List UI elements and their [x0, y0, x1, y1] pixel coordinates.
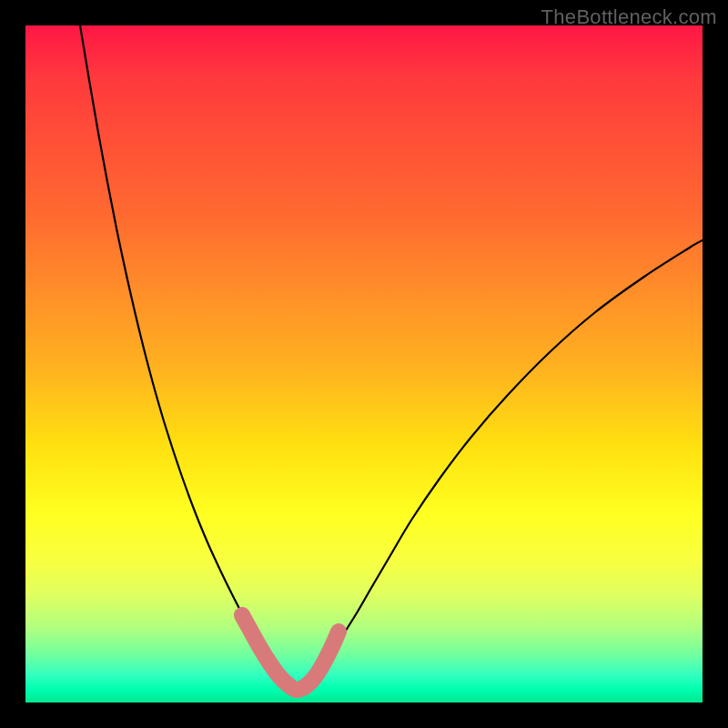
right-curve [298, 240, 703, 692]
plot-area [25, 25, 703, 703]
watermark-text: TheBottleneck.com [541, 5, 717, 29]
outer-frame: TheBottleneck.com [0, 0, 728, 728]
chart-curves [25, 25, 703, 703]
left-curve [80, 25, 298, 692]
valley-marker [242, 615, 339, 690]
